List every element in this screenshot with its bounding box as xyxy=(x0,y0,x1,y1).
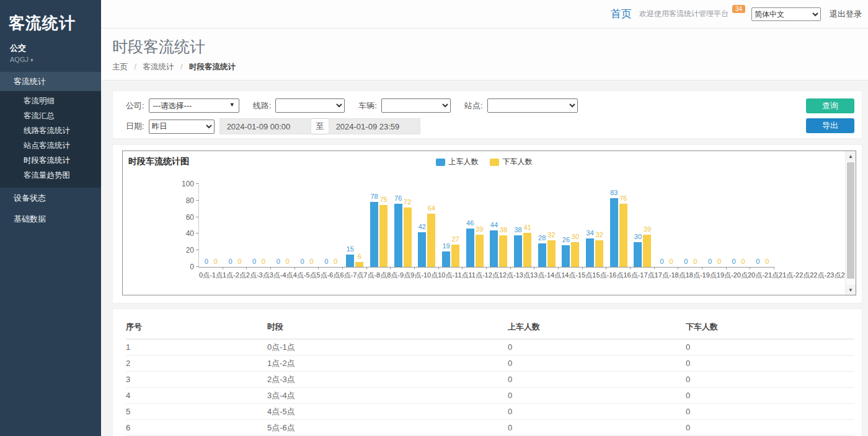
x-axis-label: 7点-8点 xyxy=(363,271,387,280)
chart-category-group: 7672 xyxy=(391,185,415,267)
notification-badge: 34 xyxy=(732,5,745,13)
line-select[interactable] xyxy=(275,98,345,113)
sidebar-item-passenger-summary[interactable]: 客流汇总 xyxy=(0,108,101,123)
sidebar-section-basic-data[interactable]: 基础数据 xyxy=(0,209,101,230)
date-to-input[interactable] xyxy=(329,118,420,134)
table-row: 54点-5点00 xyxy=(126,404,854,420)
bar-rect xyxy=(355,262,363,267)
sidebar-item-station-stats[interactable]: 站点客流统计 xyxy=(0,138,101,153)
data-table-panel: 序号 时段 上车人数 下车人数 10点-1点0021点-2点0032点-3点00… xyxy=(112,308,862,436)
chart-category-group: 8376 xyxy=(606,185,631,267)
bar-value-label: 44 xyxy=(490,221,498,229)
home-link[interactable]: 首页 xyxy=(611,7,632,21)
bar-alighting: 0 xyxy=(667,185,675,267)
table-header-row: 序号 时段 上车人数 下车人数 xyxy=(126,316,854,339)
bar-value-label: 38 xyxy=(514,226,521,233)
bar-value-label: 39 xyxy=(476,225,483,233)
chart-category-group: 00 xyxy=(199,185,223,267)
x-axis-label: 1点-2点 xyxy=(223,271,246,280)
station-select[interactable] xyxy=(487,98,578,113)
x-axis-label: 22点-23点 xyxy=(810,271,841,280)
brand-title: 客流统计 xyxy=(0,0,101,34)
page-content: 公司: ---请选择--- 线路: 车辆: xyxy=(101,81,868,436)
breadcrumb-separator: / xyxy=(180,63,182,71)
bar-boarding: 0 xyxy=(226,185,234,267)
bar-alighting: 39 xyxy=(643,185,651,267)
bar-alighting: 72 xyxy=(404,185,412,267)
table-row: 32点-3点00 xyxy=(126,372,854,388)
logout-link[interactable]: 退出登录 xyxy=(830,9,862,20)
chart-category-group: 4639 xyxy=(463,185,487,267)
breadcrumb-home[interactable]: 主页 xyxy=(112,63,128,71)
sidebar-section-passenger-stats[interactable]: 客流统计 xyxy=(0,72,101,91)
bar-boarding: 0 xyxy=(754,185,762,267)
table-cell: 1点-2点 xyxy=(267,355,508,372)
chart-category-group: 4438 xyxy=(487,185,511,267)
chart-category-group: 3432 xyxy=(583,185,607,267)
sidebar-item-line-stats[interactable]: 线路客流统计 xyxy=(0,123,101,138)
sidebar-section-device-status[interactable]: 设备状态 xyxy=(0,188,101,209)
bar-value-label: 76 xyxy=(394,194,402,202)
bar-value-label: 76 xyxy=(619,194,627,202)
bar-alighting: 0 xyxy=(308,185,316,267)
bar-rect xyxy=(523,233,531,267)
bar-rect xyxy=(418,232,426,267)
bar-alighting: 0 xyxy=(332,185,340,267)
bar-alighting: 0 xyxy=(739,185,747,267)
scroll-down-icon[interactable]: ▼ xyxy=(846,285,856,295)
chart-category-group: 00 xyxy=(295,185,319,267)
bar-alighting: 0 xyxy=(715,185,723,267)
bar-alighting: 0 xyxy=(260,185,268,267)
chart-scrollbar[interactable]: ▲ ▼ xyxy=(845,151,856,295)
bar-value-label: 0 xyxy=(732,258,736,265)
bar-rect xyxy=(466,229,474,267)
sidebar-item-trend-chart[interactable]: 客流量趋势图 xyxy=(0,168,101,183)
bar-value-label: 0 xyxy=(277,258,280,265)
bar-value-label: 30 xyxy=(634,233,642,240)
chart-category-group: 1927 xyxy=(439,185,463,267)
bar-value-label: 0 xyxy=(228,258,232,265)
welcome-text: 欢迎使用客流统计管理平台 xyxy=(639,9,728,19)
chart-category-group: 00 xyxy=(655,185,679,267)
legend-item-boarding[interactable]: 上车人数 xyxy=(436,157,479,167)
bar-value-label: 26 xyxy=(562,236,570,243)
legend-item-alighting[interactable]: 下车人数 xyxy=(490,157,533,167)
vehicle-select[interactable] xyxy=(381,98,451,113)
table-row: 65点-6点00 xyxy=(126,420,854,436)
org-code-dropdown[interactable]: AQGJ▾ xyxy=(0,54,101,72)
chart-category-group: 7875 xyxy=(367,185,391,267)
sidebar-item-period-stats[interactable]: 时段客流统计 xyxy=(0,153,101,168)
date-preset-select[interactable]: 昨日 xyxy=(149,120,215,134)
table-cell: 0 xyxy=(508,339,686,355)
bar-value-label: 0 xyxy=(300,258,304,265)
table-cell: 0 xyxy=(686,372,854,388)
period-stats-table: 序号 时段 上车人数 下车人数 10点-1点0021点-2点0032点-3点00… xyxy=(126,316,854,436)
bar-value-label: 32 xyxy=(595,231,603,238)
bar-value-label: 78 xyxy=(370,193,378,200)
export-button[interactable]: 导出 xyxy=(806,118,854,133)
bar-boarding: 15 xyxy=(346,185,354,267)
table-cell: 5 xyxy=(126,404,267,420)
bar-rect xyxy=(394,204,402,267)
breadcrumb-section[interactable]: 客流统计 xyxy=(143,63,174,71)
bar-alighting: 0 xyxy=(283,185,291,267)
language-select[interactable]: 简体中文 xyxy=(751,7,821,21)
bar-boarding: 0 xyxy=(682,185,690,267)
bar-alighting: 30 xyxy=(571,185,579,267)
bar-value-label: 30 xyxy=(572,233,579,240)
bar-boarding: 19 xyxy=(442,185,450,267)
bar-value-label: 0 xyxy=(717,258,721,265)
date-from-input[interactable] xyxy=(219,118,311,134)
sidebar-item-passenger-detail[interactable]: 客流明细 xyxy=(0,94,101,108)
y-axis-label: 80 xyxy=(175,196,194,205)
bar-value-label: 32 xyxy=(547,231,555,238)
company-label: 公司: xyxy=(126,100,144,111)
scrollbar-thumb[interactable] xyxy=(847,162,854,279)
query-button[interactable]: 查询 xyxy=(806,98,854,113)
company-select[interactable]: ---请选择--- xyxy=(149,98,239,113)
table-row: 10点-1点00 xyxy=(126,339,854,355)
legend-swatch-boarding xyxy=(436,159,445,166)
chevron-down-icon: ▾ xyxy=(30,57,33,63)
bar-alighting: 0 xyxy=(691,185,699,267)
scroll-up-icon[interactable]: ▲ xyxy=(846,151,856,161)
